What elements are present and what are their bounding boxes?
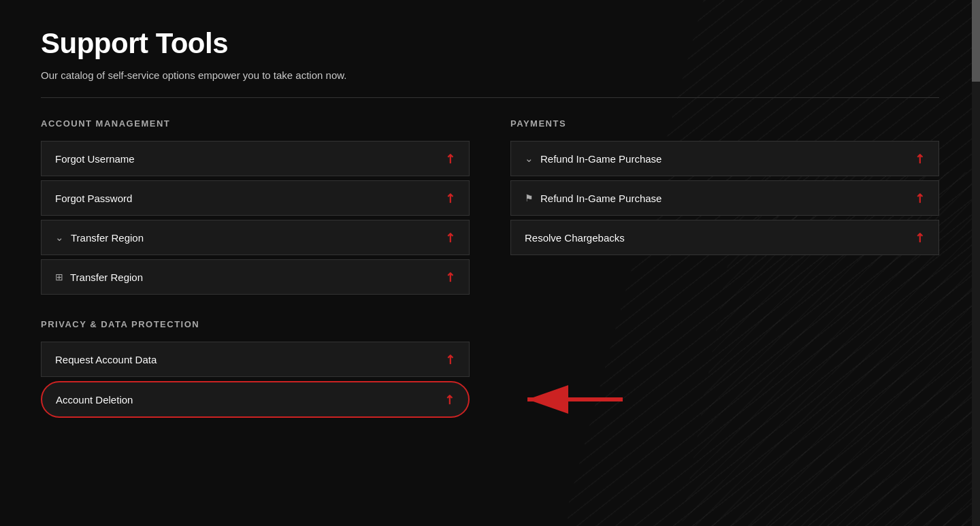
- arrow-icon: ↗: [442, 190, 458, 206]
- account-management-title: ACCOUNT MANAGEMENT: [41, 118, 470, 129]
- transfer-region-2-label-group: ⊞ Transfer Region: [55, 272, 143, 283]
- transfer-region-2-button[interactable]: ⊞ Transfer Region ↗: [41, 259, 470, 295]
- refund-ingame-1-label-group: ⌄ Refund In-Game Purchase: [525, 152, 662, 165]
- account-deletion-button[interactable]: Account Deletion ↗: [41, 381, 470, 418]
- account-deletion-label-group: Account Deletion: [56, 394, 133, 406]
- arrow-icon: ↗: [912, 150, 928, 166]
- payments-section: PAYMENTS ⌄ Refund In-Game Purchase ↗ ⚑ R…: [510, 118, 939, 299]
- transfer-region-1-label-group: ⌄ Transfer Region: [55, 231, 144, 244]
- forgot-password-label: Forgot Password: [55, 193, 132, 204]
- refund-ingame-1-label: Refund In-Game Purchase: [540, 153, 662, 165]
- forgot-username-label-group: Forgot Username: [55, 153, 135, 165]
- arrow-icon: ↗: [442, 351, 458, 367]
- request-account-data-label-group: Request Account Data: [55, 354, 157, 365]
- valorant-icon-2: ⌄: [525, 152, 534, 165]
- request-account-data-button[interactable]: Request Account Data ↗: [41, 342, 470, 377]
- sections-grid: ACCOUNT MANAGEMENT Forgot Username ↗ For…: [41, 118, 939, 422]
- account-deletion-label: Account Deletion: [56, 394, 133, 406]
- page-subtitle: Our catalog of self-service options empo…: [41, 69, 939, 81]
- refund-ingame-2-label-group: ⚑ Refund In-Game Purchase: [525, 193, 662, 204]
- refund-ingame-2-label: Refund In-Game Purchase: [540, 193, 662, 204]
- privacy-title: PRIVACY & DATA PROTECTION: [41, 319, 470, 329]
- forgot-password-label-group: Forgot Password: [55, 193, 132, 204]
- arrow-icon: ↗: [912, 190, 928, 206]
- annotation-arrow: [517, 382, 626, 416]
- payments-title: PAYMENTS: [510, 118, 939, 129]
- privacy-section: PRIVACY & DATA PROTECTION Request Accoun…: [41, 319, 470, 422]
- shield-icon: ⊞: [55, 272, 63, 282]
- forgot-username-button[interactable]: Forgot Username ↗: [41, 141, 470, 176]
- refund-ingame-1-button[interactable]: ⌄ Refund In-Game Purchase ↗: [510, 141, 939, 176]
- section-divider: [41, 97, 939, 98]
- refund-ingame-2-button[interactable]: ⚑ Refund In-Game Purchase ↗: [510, 180, 939, 216]
- request-account-data-label: Request Account Data: [55, 354, 157, 365]
- resolve-chargebacks-label-group: Resolve Chargebacks: [525, 232, 625, 244]
- arrow-icon: ↗: [442, 269, 458, 284]
- transfer-region-1-label: Transfer Region: [71, 232, 144, 244]
- transfer-region-1-button[interactable]: ⌄ Transfer Region ↗: [41, 220, 470, 255]
- arrow-icon: ↗: [912, 229, 928, 245]
- forgot-password-button[interactable]: Forgot Password ↗: [41, 180, 470, 216]
- forgot-username-label: Forgot Username: [55, 153, 135, 165]
- arrow-icon: ↗: [442, 391, 457, 407]
- arrow-icon: ↗: [442, 150, 458, 166]
- account-deletion-wrapper: Account Deletion ↗: [41, 381, 470, 418]
- account-management-section: ACCOUNT MANAGEMENT Forgot Username ↗ For…: [41, 118, 470, 299]
- resolve-chargebacks-label: Resolve Chargebacks: [525, 232, 625, 244]
- valorant-icon: ⌄: [55, 231, 64, 244]
- red-arrow-svg: [517, 382, 626, 416]
- person-icon: ⚑: [525, 193, 534, 203]
- transfer-region-2-label: Transfer Region: [70, 272, 143, 283]
- arrow-icon: ↗: [442, 229, 458, 245]
- page-title: Support Tools: [41, 27, 939, 60]
- resolve-chargebacks-button[interactable]: Resolve Chargebacks ↗: [510, 220, 939, 255]
